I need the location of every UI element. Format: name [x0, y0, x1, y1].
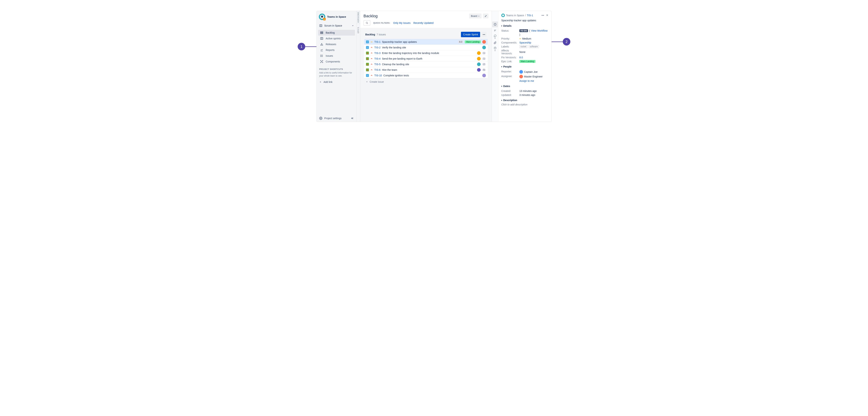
project-avatar-icon: [501, 13, 505, 17]
assignee-avatar[interactable]: [477, 57, 480, 61]
affects-value[interactable]: None: [519, 49, 525, 55]
filter-recently-updated[interactable]: Recently Updated: [413, 22, 433, 24]
priority-medium-icon: ═: [519, 37, 521, 40]
issue-key[interactable]: TIS-3: [374, 51, 380, 55]
assignee-avatar[interactable]: [477, 63, 480, 66]
view-workflow-link[interactable]: View Workflow: [531, 29, 548, 32]
issue-summary: Enter the landing trajectory into the la…: [382, 51, 439, 55]
priority-icon: [370, 58, 373, 60]
priority-value[interactable]: ═Medium: [519, 37, 531, 40]
reporter-value[interactable]: Captain Joe: [519, 70, 538, 74]
board-view-button[interactable]: Board: [469, 13, 482, 19]
issue-summary: Complete ignition tests: [383, 74, 409, 77]
assignee-avatar[interactable]: [482, 74, 486, 77]
search-input[interactable]: [364, 20, 370, 26]
sidebar-item-active-sprints[interactable]: Active sprints: [318, 36, 355, 41]
more-actions-icon[interactable]: •••: [541, 14, 544, 17]
estimate-badge: 1: [482, 58, 486, 60]
sidebar-item-reports[interactable]: Reports: [318, 47, 355, 53]
issue-row[interactable]: ✓TIS-10Complete ignition tests: [364, 73, 488, 78]
assignee-avatar[interactable]: [482, 46, 486, 49]
detail-panel: 0 0 Teams in Space / TIS-1 ••• Spaceship…: [492, 11, 551, 122]
issue-row[interactable]: 🔖TIS-3Enter the landing trajectory into …: [364, 50, 488, 56]
sidebar-item-issues[interactable]: Issues: [318, 53, 355, 59]
issue-summary[interactable]: Spaceship tracker app updates: [501, 19, 549, 22]
assignee-avatar[interactable]: [477, 68, 480, 72]
breadcrumb-key[interactable]: TIS-1: [527, 14, 533, 17]
board-selector[interactable]: Scrum in Space: [317, 23, 356, 29]
create-issue-button[interactable]: ＋ Create issue: [364, 78, 488, 83]
fullscreen-button[interactable]: [483, 13, 489, 19]
priority-icon: [370, 46, 373, 48]
collapse-sidebar-icon[interactable]: [351, 117, 354, 120]
issue-key[interactable]: TIS-5: [374, 63, 380, 66]
detail-tab-comments[interactable]: 0: [492, 34, 498, 39]
backlog-panel: Backlog 7 issues Create Sprint ••• ✓═TIS…: [364, 32, 488, 83]
section-details[interactable]: ▾Details: [501, 24, 549, 27]
svg-rect-4: [320, 33, 323, 33]
label-tag[interactable]: rocket: [519, 45, 527, 48]
filter-only-my-issues[interactable]: Only My Issues: [393, 22, 410, 24]
chevron-down-icon: ▾: [501, 25, 502, 27]
create-sprint-button[interactable]: Create Sprint: [461, 32, 480, 37]
issue-key[interactable]: TIS-10: [374, 74, 382, 77]
code-badge-icon: <>: [323, 18, 326, 21]
detail-tab-attachments[interactable]: [492, 40, 498, 46]
assignee-avatar[interactable]: [477, 51, 480, 55]
svg-point-13: [320, 55, 321, 55]
issue-key[interactable]: TIS-1: [374, 40, 380, 43]
svg-point-19: [320, 62, 321, 63]
detail-tab-description[interactable]: [492, 28, 498, 33]
sidebar-item-components[interactable]: Components: [318, 59, 355, 65]
issue-key[interactable]: TIS-4: [374, 57, 380, 60]
add-link-button[interactable]: ＋ Add link: [317, 78, 356, 85]
avatar: [519, 70, 523, 74]
status-label: Status:: [501, 29, 519, 36]
issue-type-icon: 🔖: [366, 63, 369, 66]
versions-tab[interactable]: VERSIONS: [356, 11, 360, 24]
project-header[interactable]: <> Teams in Space: [317, 11, 356, 23]
issue-row[interactable]: ✓═TIS-1Spaceship tracker app updates8.0M…: [364, 39, 488, 45]
updated-label: Updated:: [501, 94, 519, 96]
epic-badge[interactable]: Mars Landing: [519, 60, 535, 63]
label-tag[interactable]: software: [529, 45, 539, 48]
issue-key[interactable]: TIS-6: [374, 68, 380, 71]
component-icon: [320, 60, 323, 63]
created-value: 13 minutes ago: [519, 90, 537, 93]
page-title: Backlog: [364, 14, 378, 19]
breadcrumb: Teams in Space / TIS-1 •••: [501, 13, 549, 17]
project-settings-link[interactable]: Project settings: [324, 117, 342, 120]
component-link[interactable]: Spaceship: [519, 41, 531, 44]
close-icon[interactable]: [546, 14, 549, 17]
ship-icon: [320, 43, 323, 46]
svg-line-24: [367, 23, 368, 24]
section-description[interactable]: ▾Description: [501, 99, 549, 102]
issue-row[interactable]: 🔖TIS-5Cleanup the landing site2: [364, 62, 488, 67]
epics-tab[interactable]: EPICS: [356, 24, 360, 36]
backlog-more-button[interactable]: •••: [481, 32, 487, 37]
plus-icon: ＋: [319, 80, 322, 83]
board-icon: [319, 24, 322, 27]
issue-type-icon: ✓: [366, 46, 369, 49]
detail-tab-details[interactable]: [492, 22, 498, 27]
detail-tab-releases[interactable]: 0: [492, 46, 498, 52]
assignee-avatar[interactable]: [482, 40, 486, 44]
fixversion-link[interactable]: 8.0: [519, 56, 523, 59]
side-tabs: VERSIONS EPICS: [356, 11, 360, 122]
description-placeholder[interactable]: Click to add description: [501, 103, 549, 106]
issue-row[interactable]: 🔖TIS-4Send the pre-landing report to Ear…: [364, 56, 488, 62]
sidebar-item-label: Components: [326, 60, 340, 63]
issue-row[interactable]: ✓TIS-2Verify the landing site: [364, 45, 488, 50]
issue-key[interactable]: TIS-2: [374, 46, 380, 49]
assign-to-me-link[interactable]: Assign to me: [519, 79, 534, 82]
section-people[interactable]: ▾People: [501, 65, 549, 68]
sidebar-item-backlog[interactable]: Backlog: [318, 30, 355, 36]
issue-row[interactable]: 🔖TIS-6Hire the team5: [364, 67, 488, 73]
status-badge[interactable]: TO DO: [519, 29, 528, 32]
assignee-value[interactable]: Master Engineer: [519, 75, 543, 78]
sidebar-item-releases[interactable]: Releases: [318, 41, 355, 47]
section-dates[interactable]: ▾Dates: [501, 85, 549, 88]
labels-value[interactable]: rocketsoftware: [519, 45, 539, 48]
breadcrumb-project[interactable]: Teams in Space: [506, 14, 524, 17]
issue-summary: Verify the landing site: [382, 46, 406, 49]
